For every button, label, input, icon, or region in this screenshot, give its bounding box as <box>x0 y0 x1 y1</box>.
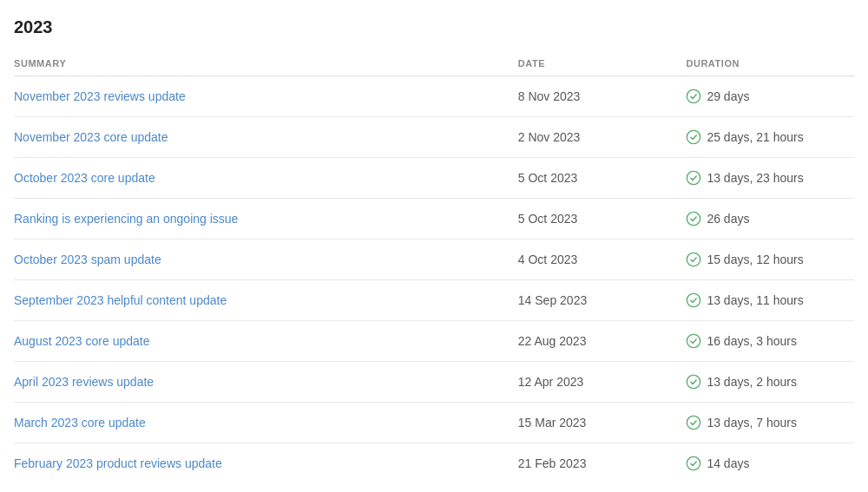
update-link[interactable]: August 2023 core update <box>14 334 149 348</box>
table-row: November 2023 reviews update8 Nov 2023 2… <box>14 76 854 117</box>
svg-point-2 <box>687 171 700 184</box>
duration-text: 14 days <box>707 456 749 470</box>
check-circle-icon <box>686 252 701 267</box>
summary-cell: August 2023 core update <box>14 321 518 362</box>
check-circle-icon <box>686 170 701 186</box>
check-circle-icon <box>686 89 701 104</box>
duration-cell: 14 days <box>686 443 854 484</box>
summary-cell: October 2023 core update <box>14 158 518 199</box>
duration-cell: 15 days, 12 hours <box>686 239 854 280</box>
svg-point-4 <box>687 253 700 266</box>
summary-cell: November 2023 core update <box>14 117 518 158</box>
duration-text: 26 days <box>707 212 749 226</box>
table-row: February 2023 product reviews update21 F… <box>14 443 854 484</box>
summary-cell: March 2023 core update <box>14 403 518 443</box>
table-row: October 2023 core update5 Oct 2023 13 da… <box>14 158 854 199</box>
check-circle-icon <box>686 456 701 471</box>
duration-text: 16 days, 3 hours <box>707 334 797 348</box>
duration-cell: 29 days <box>686 76 854 117</box>
update-link[interactable]: April 2023 reviews update <box>14 375 154 389</box>
table-row: October 2023 spam update4 Oct 2023 15 da… <box>14 239 854 280</box>
summary-cell: Ranking is experiencing an ongoing issue <box>14 199 518 239</box>
summary-cell: September 2023 helpful content update <box>14 280 518 321</box>
table-row: April 2023 reviews update12 Apr 2023 13 … <box>14 362 854 403</box>
check-circle-icon <box>686 129 701 145</box>
date-cell: 15 Mar 2023 <box>518 403 687 443</box>
date-cell: 4 Oct 2023 <box>518 239 687 280</box>
check-circle-icon <box>686 374 701 390</box>
update-link[interactable]: October 2023 spam update <box>14 253 161 266</box>
svg-point-7 <box>687 375 700 388</box>
summary-cell: November 2023 reviews update <box>14 76 518 117</box>
duration-text: 13 days, 2 hours <box>707 375 797 389</box>
table-row: August 2023 core update22 Aug 2023 16 da… <box>14 321 854 362</box>
duration-text: 25 days, 21 hours <box>707 130 803 144</box>
update-link[interactable]: November 2023 core update <box>14 130 168 144</box>
duration-text: 15 days, 12 hours <box>707 253 803 266</box>
col-header-summary: SUMMARY <box>14 51 518 76</box>
duration-text: 13 days, 23 hours <box>707 171 803 185</box>
update-link[interactable]: March 2023 core update <box>14 416 146 430</box>
check-circle-icon <box>686 415 701 430</box>
svg-point-5 <box>687 293 700 306</box>
update-link[interactable]: Ranking is experiencing an ongoing issue <box>14 212 238 226</box>
svg-point-9 <box>687 456 700 469</box>
summary-cell: February 2023 product reviews update <box>14 443 518 484</box>
svg-point-6 <box>687 334 700 347</box>
table-row: November 2023 core update2 Nov 2023 25 d… <box>14 117 854 158</box>
table-row: September 2023 helpful content update14 … <box>14 280 854 321</box>
duration-cell: 13 days, 7 hours <box>686 403 854 443</box>
table-header-row: SUMMARY DATE DURATION <box>14 51 854 76</box>
duration-cell: 13 days, 2 hours <box>686 362 854 403</box>
duration-cell: 13 days, 23 hours <box>686 158 854 199</box>
duration-text: 13 days, 11 hours <box>707 293 803 307</box>
date-cell: 12 Apr 2023 <box>518 362 687 403</box>
update-link[interactable]: October 2023 core update <box>14 171 155 185</box>
duration-cell: 26 days <box>686 199 854 239</box>
year-title: 2023 <box>14 17 854 37</box>
date-cell: 5 Oct 2023 <box>518 199 687 239</box>
update-link[interactable]: September 2023 helpful content update <box>14 293 227 307</box>
check-circle-icon <box>686 333 701 349</box>
svg-point-8 <box>687 416 700 429</box>
duration-cell: 25 days, 21 hours <box>686 117 854 158</box>
date-cell: 2 Nov 2023 <box>518 117 687 158</box>
svg-point-0 <box>687 89 700 102</box>
duration-cell: 13 days, 11 hours <box>686 280 854 321</box>
table-row: Ranking is experiencing an ongoing issue… <box>14 199 854 239</box>
date-cell: 5 Oct 2023 <box>518 158 687 199</box>
date-cell: 22 Aug 2023 <box>518 321 687 362</box>
check-circle-icon <box>686 292 701 308</box>
duration-text: 13 days, 7 hours <box>707 416 797 430</box>
duration-cell: 16 days, 3 hours <box>686 321 854 362</box>
table-row: March 2023 core update15 Mar 2023 13 day… <box>14 403 854 443</box>
updates-table: SUMMARY DATE DURATION November 2023 revi… <box>14 51 854 483</box>
duration-text: 29 days <box>707 89 749 103</box>
date-cell: 8 Nov 2023 <box>518 76 687 117</box>
update-link[interactable]: November 2023 reviews update <box>14 89 186 103</box>
check-circle-icon <box>686 211 701 226</box>
col-header-date: DATE <box>518 51 687 76</box>
date-cell: 21 Feb 2023 <box>518 443 687 484</box>
update-link[interactable]: February 2023 product reviews update <box>14 456 222 470</box>
date-cell: 14 Sep 2023 <box>518 280 687 321</box>
col-header-duration: DURATION <box>686 51 854 76</box>
svg-point-1 <box>687 130 700 143</box>
summary-cell: April 2023 reviews update <box>14 362 518 403</box>
summary-cell: October 2023 spam update <box>14 239 518 280</box>
svg-point-3 <box>687 212 700 225</box>
